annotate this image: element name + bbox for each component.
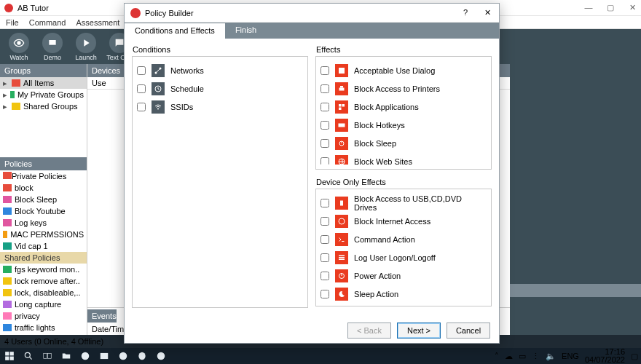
device-effect-item[interactable]: Block Access to USB,CD,DVD Drives: [320, 194, 487, 212]
policy-item[interactable]: block: [0, 182, 87, 194]
effect-checkbox[interactable]: [320, 157, 329, 165]
policy-item[interactable]: traffic lights: [0, 322, 87, 333]
svg-rect-8: [44, 354, 47, 359]
toolbar-launch[interactable]: Launch: [70, 31, 102, 63]
dialog-help-button[interactable]: ?: [460, 8, 471, 17]
effect-checkbox[interactable]: [320, 121, 329, 130]
tray-battery-icon[interactable]: ▭: [519, 352, 526, 361]
effect-item[interactable]: Block Sleep: [320, 134, 487, 152]
condition-checkbox[interactable]: [137, 66, 146, 75]
folder-icon: [10, 91, 15, 98]
svg-rect-22: [339, 104, 342, 107]
svg-point-10: [82, 352, 90, 360]
tray-clock[interactable]: 17:16 04/07/2022: [585, 348, 625, 364]
effect-checkbox[interactable]: [320, 139, 329, 148]
tray-notifications-icon[interactable]: ▢: [631, 352, 638, 361]
policy-icon: [3, 196, 12, 203]
tray-cloud-icon[interactable]: ☁: [505, 352, 513, 361]
effect-checkbox[interactable]: [320, 199, 329, 207]
policy-item[interactable]: Long capture: [0, 298, 87, 310]
svg-rect-24: [339, 107, 342, 110]
effects-list[interactable]: Acceptable Use Dialog Block Access to Pr…: [320, 61, 487, 165]
policy-item[interactable]: Block Youtube: [0, 205, 87, 217]
effect-checkbox[interactable]: [320, 217, 329, 226]
events-header: Events: [87, 309, 117, 323]
effect-checkbox[interactable]: [320, 103, 329, 111]
svg-point-18: [157, 108, 159, 109]
cancel-button[interactable]: Cancel: [447, 323, 490, 339]
condition-networks[interactable]: Networks: [137, 61, 303, 79]
svg-rect-9: [48, 354, 52, 359]
toolbar-watch[interactable]: Watch: [3, 31, 35, 63]
app-icon[interactable]: [154, 349, 168, 363]
private-policies-header[interactable]: Private Policies: [0, 170, 87, 182]
search-icon[interactable]: [22, 349, 35, 363]
effect-checkbox[interactable]: [320, 272, 329, 280]
folder-icon: [3, 172, 12, 179]
effect-checkbox[interactable]: [320, 66, 329, 75]
effect-checkbox[interactable]: [320, 290, 329, 298]
policy-item[interactable]: MAC PERMSSIONS: [0, 229, 87, 240]
edge-icon[interactable]: [79, 349, 92, 363]
effect-checkbox[interactable]: [320, 253, 329, 262]
policy-item[interactable]: lock, disableable,..: [0, 287, 87, 298]
menu-file[interactable]: File: [6, 18, 19, 27]
tray-lang[interactable]: ENG: [562, 352, 579, 360]
condition-checkbox[interactable]: [137, 84, 146, 93]
condition-ssids[interactable]: SSIDs: [137, 98, 303, 116]
app-title: AB Tutor: [17, 4, 49, 12]
menu-command[interactable]: Command: [29, 18, 66, 27]
device-effect-item[interactable]: Log User Logon/Logoff: [320, 248, 487, 266]
explorer-icon[interactable]: [60, 349, 73, 363]
effect-item[interactable]: Block Access to Printers: [320, 79, 487, 98]
device-effect-item[interactable]: Sleep Action: [320, 285, 487, 301]
policy-item[interactable]: Vid cap 1: [0, 240, 87, 252]
dialog-close-button[interactable]: ✕: [481, 8, 493, 17]
group-all-items[interactable]: ▸All Items: [0, 77, 87, 89]
tab-conditions-effects[interactable]: Conditions and Effects: [125, 23, 225, 39]
device-effect-item[interactable]: Power Action: [320, 266, 487, 285]
firefox-icon[interactable]: [117, 349, 130, 363]
policies-header: Policies: [0, 157, 87, 170]
effects-label: Effects: [316, 45, 340, 54]
tray-chevron-icon[interactable]: ˄: [495, 352, 499, 361]
condition-checkbox[interactable]: [137, 103, 146, 111]
tray-wifi-icon[interactable]: ⋮: [532, 352, 540, 361]
group-private[interactable]: ▸My Private Groups: [0, 89, 87, 100]
menu-assessment[interactable]: Assessment: [76, 18, 119, 27]
policy-item[interactable]: Block Sleep: [0, 194, 87, 205]
back-button[interactable]: < Back: [347, 323, 391, 339]
taskview-icon[interactable]: [41, 349, 54, 363]
maximize-button[interactable]: ▢: [606, 3, 615, 12]
effect-item[interactable]: Block Web Sites: [320, 152, 487, 165]
device-effect-item[interactable]: Block Internet Access: [320, 212, 487, 230]
policy-icon: [3, 219, 12, 226]
policy-item[interactable]: Log keys: [0, 217, 87, 229]
opera-icon[interactable]: [135, 349, 149, 363]
policy-item[interactable]: fgs keyword mon..: [0, 264, 87, 275]
shared-policies-header[interactable]: Shared Policies: [0, 252, 87, 264]
group-shared[interactable]: ▸Shared Groups: [0, 100, 87, 112]
minimize-button[interactable]: —: [584, 3, 593, 12]
effect-item[interactable]: Block Applications: [320, 98, 487, 116]
svg-rect-31: [339, 255, 345, 256]
policy-item[interactable]: lock remove after..: [0, 275, 87, 287]
tray-sound-icon[interactable]: 🔈: [546, 352, 556, 361]
policy-item[interactable]: privacy: [0, 310, 87, 322]
effect-item[interactable]: Block Hotkeys: [320, 116, 487, 134]
effect-checkbox[interactable]: [320, 84, 329, 93]
web-icon: [335, 155, 348, 165]
outlook-icon[interactable]: [98, 349, 111, 363]
tab-finish[interactable]: Finish: [225, 23, 267, 39]
device-effects-list[interactable]: Block Access to USB,CD,DVD Drives Block …: [320, 194, 487, 301]
condition-schedule[interactable]: Schedule: [137, 79, 303, 98]
close-button[interactable]: ✕: [628, 3, 637, 12]
effect-checkbox[interactable]: [320, 235, 329, 244]
svg-rect-4: [5, 357, 9, 360]
effect-item[interactable]: Acceptable Use Dialog: [320, 61, 487, 79]
toolbar-demo[interactable]: Demo: [36, 31, 68, 63]
dialog-titlebar[interactable]: Policy Builder ? ✕: [125, 4, 499, 23]
next-button[interactable]: Next >: [397, 323, 441, 339]
start-button[interactable]: [3, 349, 16, 363]
device-effect-item[interactable]: Command Action: [320, 230, 487, 248]
